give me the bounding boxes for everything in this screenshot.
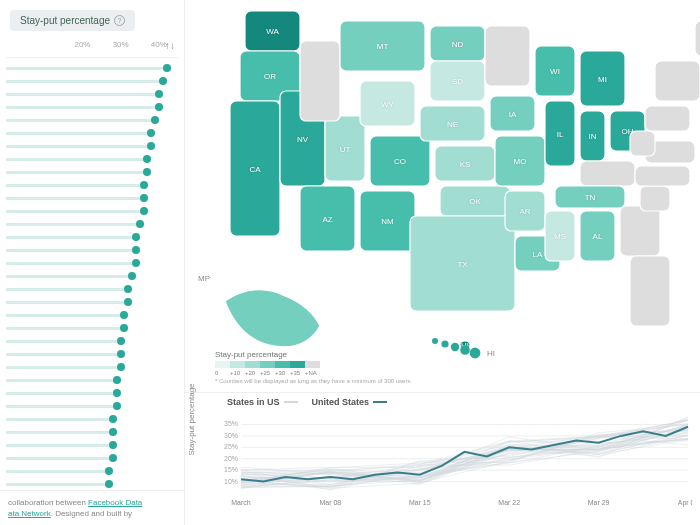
state-CA[interactable]	[230, 101, 280, 236]
state-NC[interactable]	[635, 166, 690, 186]
svg-text:30%: 30%	[224, 432, 238, 439]
state-WI[interactable]	[535, 46, 575, 96]
territory-label-hi: HI	[487, 349, 495, 358]
dotplot-row[interactable]	[6, 218, 178, 231]
state-TN[interactable]	[555, 186, 625, 208]
footer-attribution: collaboration between Facebook Data ata …	[0, 490, 184, 525]
state-HI[interactable]	[460, 345, 470, 355]
state-WA[interactable]	[245, 11, 300, 51]
state-MT[interactable]	[340, 21, 425, 71]
state-HI[interactable]	[441, 340, 448, 347]
timeseries-ylabel: Stay-put percentage	[187, 383, 196, 455]
dotplot-row[interactable]	[6, 400, 178, 413]
timeseries-chart[interactable]: States in US United States Stay-put perc…	[185, 392, 700, 525]
dotplot-row[interactable]	[6, 166, 178, 179]
state-FL[interactable]	[630, 256, 670, 326]
dotplot-row[interactable]	[6, 283, 178, 296]
dotplot-row[interactable]	[6, 62, 178, 75]
state-GA[interactable]	[620, 206, 660, 256]
dotplot-row[interactable]	[6, 452, 178, 465]
state-IL[interactable]	[545, 101, 575, 166]
tab-stay-put[interactable]: Stay-put percentage ?	[10, 10, 135, 31]
svg-text:Mar 22: Mar 22	[498, 499, 520, 506]
state-KS[interactable]	[435, 146, 495, 181]
state-WY[interactable]	[360, 81, 415, 126]
state-AK[interactable]	[225, 290, 320, 347]
state-OK[interactable]	[440, 186, 510, 216]
dotplot-row[interactable]	[6, 270, 178, 283]
dotplot[interactable]	[6, 62, 178, 490]
svg-text:Mar 08: Mar 08	[320, 499, 342, 506]
svg-text:Apr 05: Apr 05	[678, 499, 692, 507]
state-IA[interactable]	[490, 96, 535, 131]
dotplot-row[interactable]	[6, 309, 178, 322]
state-NE[interactable]	[420, 106, 485, 141]
dotplot-row[interactable]	[6, 101, 178, 114]
dotplot-row[interactable]	[6, 335, 178, 348]
dotplot-row[interactable]	[6, 114, 178, 127]
dotplot-row[interactable]	[6, 88, 178, 101]
dotplot-row[interactable]	[6, 361, 178, 374]
dotplot-row[interactable]	[6, 192, 178, 205]
dotplot-row[interactable]	[6, 244, 178, 257]
dotplot-row[interactable]	[6, 413, 178, 426]
svg-text:35%: 35%	[224, 420, 238, 427]
dotplot-row[interactable]	[6, 296, 178, 309]
dotplot-row[interactable]	[6, 348, 178, 361]
dotplot-row[interactable]	[6, 439, 178, 452]
state-CO[interactable]	[370, 136, 430, 186]
map-legend: Stay-put percentage 0+10+20+25+30+35+NA …	[215, 350, 412, 384]
state-UT[interactable]	[325, 116, 365, 181]
state-WV[interactable]	[630, 131, 655, 156]
dotplot-row[interactable]	[6, 127, 178, 140]
dotplot-row[interactable]	[6, 426, 178, 439]
state-HI[interactable]	[451, 343, 459, 351]
state-AR[interactable]	[505, 191, 545, 231]
state-MS[interactable]	[545, 211, 575, 261]
svg-text:20%: 20%	[224, 455, 238, 462]
dotplot-row[interactable]	[6, 322, 178, 335]
state-ND[interactable]	[430, 26, 485, 61]
state-AZ[interactable]	[300, 186, 355, 251]
dotplot-row[interactable]	[6, 179, 178, 192]
state-HI[interactable]	[470, 348, 481, 359]
dotplot-row[interactable]	[6, 75, 178, 88]
footer-link-1[interactable]: Facebook Data	[88, 498, 142, 507]
right-panel: WAORCANVAZUTMTWYCONMNDSDNEKSOKTXIAMOARLA…	[185, 0, 700, 525]
left-panel: Stay-put percentage ? 20% 30% 40% ↑↓ col…	[0, 0, 185, 525]
state-SC[interactable]	[640, 186, 670, 211]
footer-link-2[interactable]: ata Network	[8, 509, 51, 518]
state-NM[interactable]	[360, 191, 415, 251]
state-ID[interactable]	[300, 41, 340, 121]
dotplot-row[interactable]	[6, 478, 178, 490]
svg-text:10%: 10%	[224, 478, 238, 485]
dotplot-row[interactable]	[6, 257, 178, 270]
dotplot-row[interactable]	[6, 231, 178, 244]
dotplot-row[interactable]	[6, 387, 178, 400]
state-AL[interactable]	[580, 211, 615, 261]
state-MO[interactable]	[495, 136, 545, 186]
state-IN[interactable]	[580, 111, 605, 161]
svg-text:25%: 25%	[224, 443, 238, 450]
dotplot-row[interactable]	[6, 465, 178, 478]
state-MN[interactable]	[485, 26, 530, 86]
state-NY[interactable]	[655, 61, 700, 101]
state-SD[interactable]	[430, 61, 485, 101]
dotplot-row[interactable]	[6, 153, 178, 166]
svg-text:Mar 15: Mar 15	[409, 499, 431, 506]
state-PA[interactable]	[645, 106, 690, 131]
dotplot-row[interactable]	[6, 140, 178, 153]
state-KY[interactable]	[580, 161, 635, 186]
help-icon[interactable]: ?	[114, 15, 125, 26]
dotplot-row[interactable]	[6, 374, 178, 387]
state-HI[interactable]	[432, 338, 438, 344]
state-TX[interactable]	[410, 216, 515, 311]
sort-icon[interactable]: ↑↓	[165, 40, 175, 51]
svg-text:Mar 29: Mar 29	[588, 499, 610, 506]
state-ME[interactable]	[695, 21, 700, 56]
state-MI[interactable]	[580, 51, 625, 106]
choropleth-map[interactable]: WAORCANVAZUTMTWYCONMNDSDNEKSOKTXIAMOARLA…	[185, 0, 700, 392]
tab-bar: Stay-put percentage ?	[0, 0, 184, 40]
dotplot-row[interactable]	[6, 205, 178, 218]
svg-text:15%: 15%	[224, 466, 238, 473]
